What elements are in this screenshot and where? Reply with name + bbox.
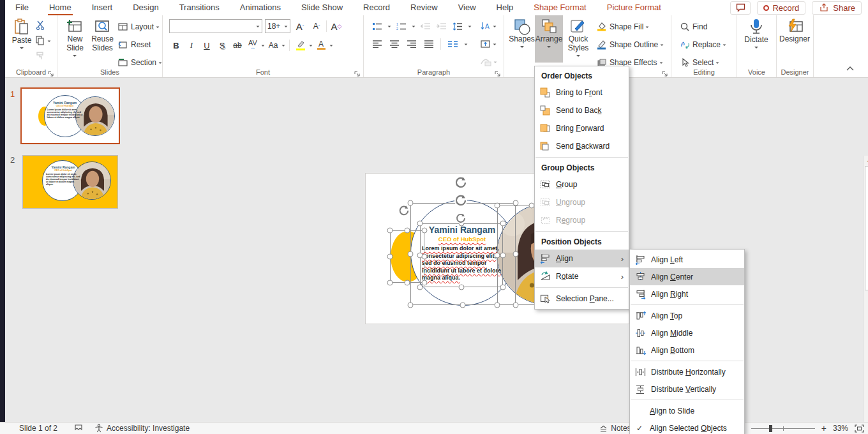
columns-button[interactable] bbox=[447, 38, 458, 50]
selection-handle[interactable] bbox=[408, 251, 414, 257]
dictate-chevron[interactable] bbox=[754, 47, 758, 50]
menu-item-distribute-horizontally[interactable]: Distribute Horizontally bbox=[630, 363, 744, 380]
change-case-chevron[interactable] bbox=[282, 45, 285, 48]
menu-item-align-top[interactable]: Align Top bbox=[630, 307, 744, 324]
shapes-button[interactable]: Shapes bbox=[509, 15, 535, 63]
rotate-handle[interactable] bbox=[454, 176, 468, 192]
zoom-slider-thumb[interactable] bbox=[769, 425, 772, 432]
paste-dropdown-chevron[interactable] bbox=[20, 47, 24, 51]
menu-item-align-middle[interactable]: Align Middle bbox=[630, 324, 744, 341]
selection-handle[interactable] bbox=[513, 303, 519, 308]
collapse-ribbon-icon[interactable] bbox=[846, 62, 854, 73]
bold-button[interactable]: B bbox=[169, 38, 183, 52]
character-spacing-chevron[interactable] bbox=[262, 45, 265, 48]
text-highlight-chevron[interactable] bbox=[310, 45, 313, 48]
menu-item-align-to-slide[interactable]: Align to Slide bbox=[630, 402, 744, 419]
selection-handle[interactable] bbox=[459, 285, 465, 290]
menu-item-rotate[interactable]: Rotate › bbox=[535, 267, 629, 285]
clear-formatting-button[interactable]: A◇ bbox=[329, 19, 343, 33]
rotate-handle[interactable] bbox=[454, 193, 468, 210]
menu-item-send-backward[interactable]: Send Backward bbox=[535, 137, 629, 155]
shape-fill-button[interactable]: Shape Fill bbox=[596, 20, 664, 34]
new-slide-button[interactable]: New Slide bbox=[63, 15, 87, 63]
zoom-in-button[interactable]: + bbox=[821, 423, 827, 433]
menu-item-bring-to-front[interactable]: Bring to Front bbox=[535, 84, 629, 101]
menu-item-send-to-back[interactable]: Send to Back bbox=[535, 101, 629, 119]
selection-handle[interactable] bbox=[513, 251, 519, 257]
designer-button[interactable]: Designer bbox=[777, 15, 812, 63]
arrange-chevron[interactable] bbox=[547, 46, 551, 50]
share-button[interactable]: Share bbox=[812, 1, 862, 15]
character-spacing-button[interactable]: AV↔ bbox=[246, 38, 260, 52]
numbering-chevron[interactable] bbox=[412, 26, 415, 29]
columns-chevron[interactable] bbox=[465, 43, 468, 47]
reuse-slides-button[interactable]: Reuse Slides bbox=[90, 15, 115, 63]
increase-indent-button[interactable] bbox=[436, 20, 447, 32]
zoom-slider[interactable] bbox=[751, 428, 815, 429]
line-spacing-button[interactable] bbox=[452, 20, 463, 32]
scrollbar-thumb[interactable] bbox=[865, 166, 868, 290]
shrink-font-button[interactable]: Aˇ bbox=[310, 19, 324, 33]
format-painter-icon[interactable] bbox=[34, 50, 46, 61]
select-button[interactable]: Select bbox=[679, 56, 737, 70]
section-button[interactable]: Section bbox=[117, 56, 162, 70]
align-left-button[interactable] bbox=[371, 38, 383, 50]
italic-button[interactable]: I bbox=[184, 38, 198, 52]
selection-handle[interactable] bbox=[495, 203, 500, 209]
selection-handle[interactable] bbox=[408, 303, 414, 308]
quick-styles-chevron[interactable] bbox=[576, 55, 580, 59]
selection-handle[interactable] bbox=[417, 221, 423, 227]
text-direction-button[interactable]: A bbox=[481, 19, 497, 33]
reset-button[interactable]: Reset bbox=[117, 38, 162, 52]
text-shadow-button[interactable]: S bbox=[215, 38, 229, 52]
tab-shape-format[interactable]: Shape Format bbox=[534, 0, 586, 15]
strikethrough-button[interactable]: ab bbox=[230, 38, 244, 52]
selection-handle[interactable] bbox=[500, 285, 506, 290]
replace-button[interactable]: bcReplace bbox=[679, 38, 737, 52]
selection-handle[interactable] bbox=[500, 221, 506, 227]
tab-picture-format[interactable]: Picture Format bbox=[607, 0, 661, 15]
tab-help[interactable]: Help bbox=[497, 0, 514, 15]
drawing-dialog-launcher[interactable] bbox=[662, 68, 669, 75]
layout-button[interactable]: Layout bbox=[117, 20, 162, 34]
menu-item-group[interactable]: Group bbox=[535, 176, 629, 193]
tab-home[interactable]: Home bbox=[49, 0, 71, 15]
tab-slide-show[interactable]: Slide Show bbox=[301, 0, 343, 15]
numbering-button[interactable]: 12 bbox=[396, 20, 407, 32]
accessibility-checker[interactable]: Accessibility: Investigate bbox=[94, 424, 190, 433]
notes-toggle[interactable]: Notes bbox=[599, 424, 631, 433]
tab-review[interactable]: Review bbox=[410, 0, 438, 15]
selection-handle[interactable] bbox=[417, 285, 423, 290]
shape-outline-button[interactable]: Shape Outline bbox=[596, 38, 664, 52]
selection-handle[interactable] bbox=[387, 254, 393, 260]
tab-design[interactable]: Design bbox=[133, 0, 158, 15]
tab-record[interactable]: Record bbox=[363, 0, 390, 15]
paragraph-dialog-launcher[interactable] bbox=[495, 68, 502, 75]
scroll-up-icon[interactable]: ▲ bbox=[864, 156, 868, 165]
decrease-indent-button[interactable] bbox=[420, 20, 431, 32]
selection-handle[interactable] bbox=[405, 228, 410, 234]
menu-item-bring-forward[interactable]: Bring Forward bbox=[535, 119, 629, 137]
selection-handle[interactable] bbox=[387, 228, 393, 234]
bullets-chevron[interactable] bbox=[388, 26, 391, 29]
menu-item-align-right[interactable]: Align Right bbox=[630, 285, 744, 303]
selection-handle[interactable] bbox=[495, 303, 500, 308]
convert-smartart-button[interactable] bbox=[480, 55, 497, 69]
dictate-button[interactable]: Dictate bbox=[737, 15, 775, 63]
menu-item-align-center[interactable]: Align Center bbox=[630, 268, 744, 285]
line-spacing-chevron[interactable] bbox=[468, 26, 472, 29]
slide-indicator[interactable]: Slide 1 of 2 bbox=[19, 424, 57, 433]
change-case-button[interactable]: Aa bbox=[266, 38, 280, 52]
shapes-chevron[interactable] bbox=[520, 46, 524, 50]
rotate-handle[interactable] bbox=[455, 213, 467, 227]
flag-icon[interactable] bbox=[74, 424, 83, 433]
fit-slide-icon[interactable] bbox=[855, 424, 864, 433]
clipboard-dialog-launcher[interactable] bbox=[48, 68, 55, 75]
font-size-combo[interactable]: 18+ bbox=[265, 19, 290, 33]
menu-item-align[interactable]: Align › bbox=[535, 250, 629, 267]
justify-button[interactable] bbox=[423, 38, 435, 50]
selection-handle[interactable] bbox=[422, 254, 428, 260]
font-color-chevron[interactable] bbox=[330, 45, 333, 48]
new-slide-chevron[interactable] bbox=[73, 55, 77, 59]
menu-item-align-left[interactable]: Align Left bbox=[630, 251, 744, 268]
